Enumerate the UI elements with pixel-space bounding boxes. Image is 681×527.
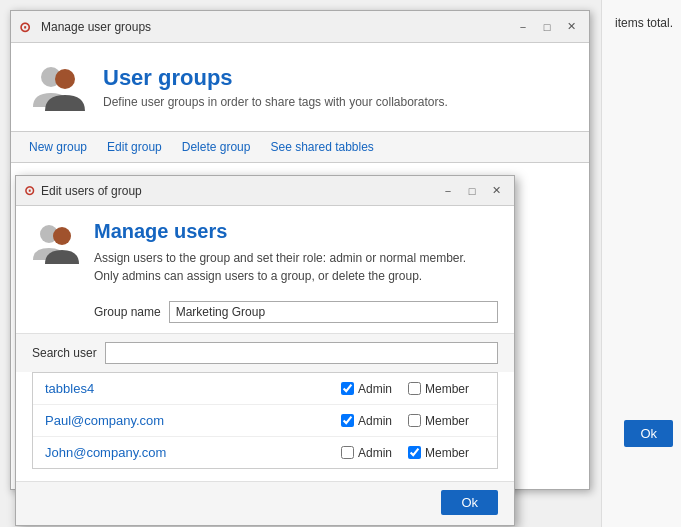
bg-ok-button[interactable]: Ok <box>624 420 673 447</box>
user-name: tabbles4 <box>45 381 341 396</box>
user-name: John@company.com <box>45 445 341 460</box>
minimize-button[interactable]: − <box>513 17 533 37</box>
group-name-input[interactable] <box>169 301 498 323</box>
admin-label: Admin <box>358 446 392 460</box>
group-name-row: Group name <box>16 295 514 333</box>
admin-checkbox-2[interactable] <box>341 446 354 459</box>
maximize-button[interactable]: □ <box>537 17 557 37</box>
edit-group-button[interactable]: Edit group <box>97 136 172 158</box>
app-icon: ⊙ <box>19 19 35 35</box>
member-checkbox-group: Member <box>408 414 469 428</box>
table-row: John@company.com Admin Member <box>33 437 497 468</box>
member-checkbox-2[interactable] <box>408 446 421 459</box>
header-section: User groups Define user groups in order … <box>11 43 589 131</box>
items-total-text: items total. <box>615 16 673 30</box>
admin-label: Admin <box>358 414 392 428</box>
group-name-label: Group name <box>94 305 161 319</box>
toolbar: New group Edit group Delete group See sh… <box>11 131 589 163</box>
new-group-button[interactable]: New group <box>19 136 97 158</box>
admin-checkbox-group: Admin <box>341 446 392 460</box>
manage-users-icon <box>32 220 80 268</box>
see-shared-button[interactable]: See shared tabbles <box>260 136 383 158</box>
edit-header: Manage users Assign users to the group a… <box>16 206 514 295</box>
edit-dialog-app-icon: ⊙ <box>24 183 35 198</box>
admin-checkbox-group: Admin <box>341 414 392 428</box>
search-input[interactable] <box>105 342 498 364</box>
main-window-controls: − □ ✕ <box>513 17 581 37</box>
header-text: User groups Define user groups in order … <box>103 65 448 109</box>
admin-checkbox-1[interactable] <box>341 414 354 427</box>
member-checkbox-group: Member <box>408 382 469 396</box>
users-list: tabbles4 Admin Member Paul@company.com A… <box>32 372 498 469</box>
edit-users-dialog: ⊙ Edit users of group − □ ✕ Manage users… <box>15 175 515 526</box>
member-checkbox-0[interactable] <box>408 382 421 395</box>
bg-panel: items total. Ok <box>601 0 681 527</box>
edit-dialog-controls: − □ ✕ <box>438 181 506 201</box>
edit-dialog-title: Edit users of group <box>41 184 438 198</box>
search-label: Search user <box>32 346 97 360</box>
member-checkbox-1[interactable] <box>408 414 421 427</box>
admin-label: Admin <box>358 382 392 396</box>
member-label: Member <box>425 382 469 396</box>
edit-maximize-button[interactable]: □ <box>462 181 482 201</box>
manage-users-desc1: Assign users to the group and set their … <box>94 249 466 267</box>
edit-minimize-button[interactable]: − <box>438 181 458 201</box>
user-name: Paul@company.com <box>45 413 341 428</box>
search-row: Search user <box>16 333 514 372</box>
svg-point-3 <box>53 227 71 245</box>
member-label: Member <box>425 446 469 460</box>
admin-checkbox-0[interactable] <box>341 382 354 395</box>
edit-footer: Ok <box>16 481 514 525</box>
manage-users-desc2: Only admins can assign users to a group,… <box>94 267 466 285</box>
delete-group-button[interactable]: Delete group <box>172 136 261 158</box>
svg-point-1 <box>55 69 75 89</box>
edit-header-text: Manage users Assign users to the group a… <box>94 220 466 285</box>
manage-users-title: Manage users <box>94 220 466 243</box>
edit-close-button[interactable]: ✕ <box>486 181 506 201</box>
table-row: tabbles4 Admin Member <box>33 373 497 405</box>
close-button[interactable]: ✕ <box>561 17 581 37</box>
member-label: Member <box>425 414 469 428</box>
member-checkbox-group: Member <box>408 446 469 460</box>
edit-title-bar: ⊙ Edit users of group − □ ✕ <box>16 176 514 206</box>
users-group-icon <box>31 59 87 115</box>
admin-checkbox-group: Admin <box>341 382 392 396</box>
page-title: User groups <box>103 65 448 91</box>
table-row: Paul@company.com Admin Member <box>33 405 497 437</box>
ok-button[interactable]: Ok <box>441 490 498 515</box>
page-description: Define user groups in order to share tag… <box>103 95 448 109</box>
main-window-title: Manage user groups <box>41 20 513 34</box>
main-title-bar: ⊙ Manage user groups − □ ✕ <box>11 11 589 43</box>
